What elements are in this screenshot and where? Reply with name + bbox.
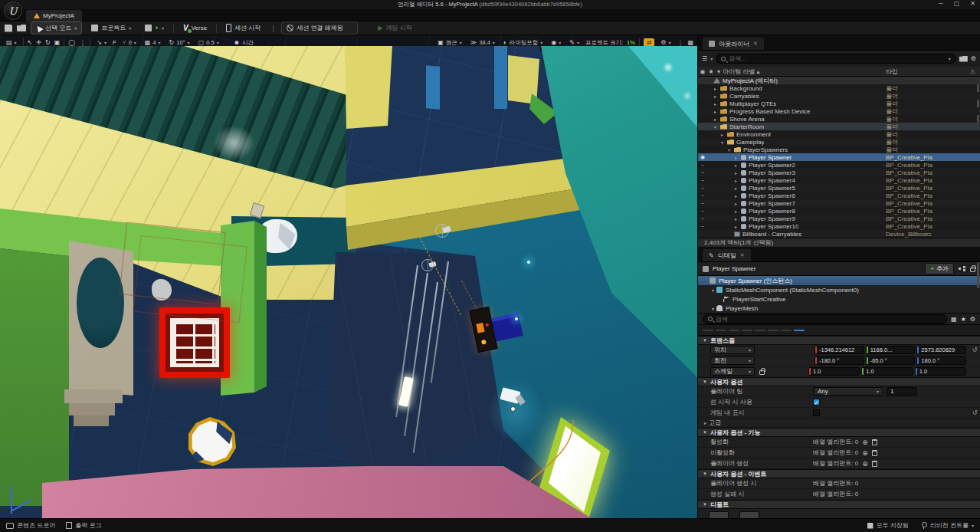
viewport-3d[interactable]: ▤▾ ↖ ✛ ↻ ▣ ◯ ⋮ ↘▾ F ⑂0▾ ▦4▾ ↻10°▾ ▢0.5▾ …	[0, 35, 697, 518]
expander-icon[interactable]: ▸	[714, 101, 720, 107]
outliner-row[interactable]: ◉ ▸ Player Spawner BP_Creative_Pla	[698, 153, 980, 161]
item-label-column[interactable]: 아이템 라벨 ▴	[723, 67, 759, 76]
add-content-button[interactable]: +▾	[140, 23, 169, 33]
visibility-column-icon[interactable]: ◉	[698, 68, 707, 75]
expander-icon[interactable]: ▸	[714, 117, 720, 122]
outliner-row[interactable]: ⌣ ▸ Player Spawner4 BP_Creative_Pla	[698, 176, 980, 184]
location-x-field[interactable]: -1346.214612	[814, 346, 864, 354]
visibility-eye-icon[interactable]: ⌣	[698, 192, 707, 199]
scale-label-combo[interactable]: 스케일▾	[710, 367, 755, 376]
session-start-button[interactable]: 세션 시작	[221, 22, 265, 34]
scale-x-field[interactable]: 1.0	[808, 367, 860, 376]
expander-icon[interactable]: ▸	[735, 209, 741, 214]
expander-icon[interactable]: ▾	[714, 124, 720, 130]
scale-y-field[interactable]: 1.0	[861, 367, 913, 376]
expander-icon[interactable]: ▸	[714, 86, 720, 91]
filter-chip[interactable]	[781, 330, 792, 331]
visibility-eye-icon[interactable]: ⌣	[698, 185, 707, 191]
island-start-checkbox[interactable]: ✓	[813, 399, 820, 406]
expander-icon[interactable]: ▸	[735, 155, 741, 160]
expander-icon[interactable]: ▸	[714, 94, 720, 99]
visibility-eye-icon[interactable]: ⌣	[698, 177, 707, 183]
outliner-row[interactable]: ⌣ ▸ Player Spawner9 BP_Creative_Pla	[698, 215, 980, 222]
outliner-row[interactable]: ▸ Progress Based Mesh Device 폴더	[698, 107, 980, 115]
outliner-row[interactable]: ▸ Multiplayer QTEs 폴더	[698, 100, 980, 107]
location-z-field[interactable]: 2573.820829	[916, 346, 966, 354]
trash-icon[interactable]	[872, 450, 877, 456]
favorite-column-icon[interactable]: ★	[707, 68, 715, 75]
section-user-options[interactable]: ▼사용자 옵션	[698, 377, 980, 386]
section-user-functions[interactable]: ▼사용자 옵션 - 기능	[698, 428, 980, 437]
expander-icon[interactable]: ▾	[721, 140, 727, 145]
outliner-settings-icon[interactable]: ⚙	[971, 55, 976, 62]
expander-icon[interactable]: ▾	[710, 287, 716, 293]
type-column[interactable]: 타입	[886, 67, 898, 76]
visibility-eye-icon[interactable]: ⌣	[698, 162, 707, 168]
outliner-row[interactable]: ⌣ ▸ Player Spawner6 BP_Creative_Pla	[698, 192, 980, 199]
new-folder-icon[interactable]	[959, 56, 968, 62]
outliner-row[interactable]: ⌣ ▸ Player Spawner3 BP_Creative_Pla	[698, 169, 980, 176]
select-mode-button[interactable]: 선택 모드▾	[31, 21, 82, 34]
project-menu-button[interactable]: 프로젝트▾	[87, 22, 136, 34]
expander-icon[interactable]: ▸	[735, 170, 741, 176]
rotation-label-combo[interactable]: 회전▾	[710, 356, 755, 365]
filter-chip[interactable]	[755, 330, 765, 331]
visibility-eye-icon[interactable]: ⌣	[698, 215, 707, 222]
session-options-icon[interactable]: ⋮	[270, 25, 277, 32]
content-drawer-button[interactable]: 콘텐츠 드로어	[6, 521, 55, 530]
component-row[interactable]: PlayerStartCreative	[698, 294, 980, 304]
output-log-button[interactable]: 출력 로그	[66, 521, 101, 530]
visibility-eye-icon[interactable]: ⌣	[698, 208, 707, 214]
component-row[interactable]: ▾ StaticMeshComponent (StaticMeshCompone…	[698, 285, 980, 294]
add-component-button[interactable]: +추가	[925, 263, 954, 274]
location-y-field[interactable]: 1168.0...	[866, 346, 916, 354]
outliner-row[interactable]: ⌣ ▸ Player Spawner7 BP_Creative_Pla	[698, 199, 980, 207]
favorites-icon[interactable]: ★	[961, 316, 966, 323]
rotation-z-field[interactable]: 180.0 °	[916, 356, 966, 365]
location-label-combo[interactable]: 위치▾	[710, 346, 755, 354]
outliner-row[interactable]: ⌣ ▸ Player Spawner5 BP_Creative_Pla	[698, 184, 980, 192]
expander-icon[interactable]: ▸	[735, 201, 741, 206]
filter-icon[interactable]: ☰	[702, 55, 707, 62]
rotation-y-field[interactable]: -65.0 °	[866, 356, 916, 365]
reset-icon[interactable]: ↺	[969, 409, 980, 416]
outliner-row[interactable]: ⌣ ▸ Player Spawner2 BP_Creative_Pla	[698, 161, 980, 169]
show-ingame-checkbox[interactable]	[813, 409, 820, 416]
filter-chip[interactable]	[703, 330, 713, 331]
close-tab-icon[interactable]: ✕	[740, 252, 745, 258]
filter-chip[interactable]	[768, 330, 778, 331]
game-start-button[interactable]: ▶ 게임 시작	[373, 22, 416, 34]
filter-chip[interactable]	[729, 330, 739, 331]
section-user-events[interactable]: ▼사용자 옵션 - 이벤트	[698, 469, 980, 478]
visibility-eye-icon[interactable]: ◉	[698, 154, 707, 160]
trash-icon[interactable]	[872, 461, 877, 467]
outliner-row[interactable]: ⌣ ▸ Player Spawner8 BP_Creative_Pla	[698, 207, 980, 215]
content-browser-icon[interactable]	[17, 25, 26, 31]
add-element-icon[interactable]: ⊕	[862, 460, 868, 468]
display-options-icon[interactable]: ▦	[951, 316, 957, 323]
save-icon[interactable]	[5, 25, 12, 32]
expander-icon[interactable]: ▸	[714, 109, 720, 114]
team-index-field[interactable]: 1	[887, 387, 917, 396]
details-search-input[interactable]: 검색	[703, 314, 947, 324]
outliner-row[interactable]: MyProjectA (에디터)	[698, 77, 980, 84]
outliner-row[interactable]: ▾ StarterRoom 폴더	[698, 123, 980, 130]
visibility-eye-icon[interactable]: ⌣	[698, 169, 707, 176]
expander-icon[interactable]: ▾	[710, 306, 716, 311]
expander-icon[interactable]: ▸	[735, 186, 741, 191]
scale-z-field[interactable]: 1.0	[915, 367, 966, 376]
revision-control-button[interactable]: 리비전 컨트롤 ▾	[921, 521, 974, 530]
reset-icon[interactable]: ↺	[969, 346, 980, 353]
filter-chip[interactable]	[742, 330, 752, 331]
visibility-eye-icon[interactable]: ⌣	[698, 223, 707, 229]
all-saved-button[interactable]: 모두 저장됨	[867, 521, 909, 530]
component-row[interactable]: ▾ PlayerMesh	[698, 304, 980, 313]
add-element-icon[interactable]: ⊕	[862, 438, 868, 446]
section-transform[interactable]: ▼트랜스폼	[698, 336, 980, 345]
outliner-row[interactable]: ▾ Gameplay 폴더	[698, 138, 980, 146]
expander-icon[interactable]: ▸	[735, 178, 741, 183]
outliner-search-input[interactable]: 검색... ▾	[716, 54, 956, 64]
trash-icon[interactable]	[872, 439, 877, 445]
close-button[interactable]: ✕	[970, 0, 975, 7]
tab-details[interactable]: ✎ 디테일 ✕	[703, 249, 751, 261]
